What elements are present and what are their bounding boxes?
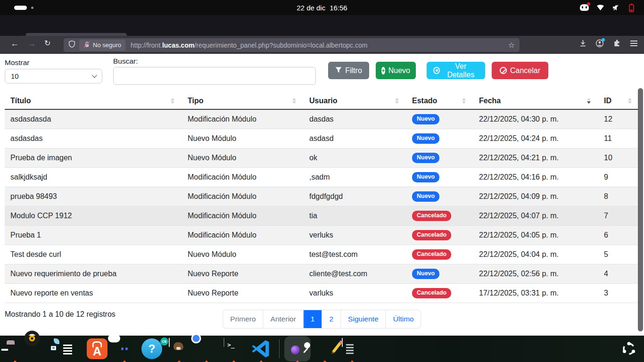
status-badge: Cancelado [412,211,451,221]
table-row[interactable]: Prueba 1Modificación MóduloverluksCancel… [5,226,639,245]
desktop: 22 de dic 16:56 Requerimientos × + × ← →… [0,0,644,362]
sort-icon [462,98,466,104]
sort-icon [171,98,174,104]
page-button-anterior[interactable]: Anterior [263,310,303,328]
cell-estado: Cancelado [406,206,473,225]
sort-icon [292,98,296,104]
back-button[interactable]: ← [10,39,19,49]
battery-critical-icon [627,3,636,12]
forward-button[interactable]: → [27,39,36,49]
cell-usuario: test@test.com [304,245,406,264]
table-row[interactable]: asdasdasdaModificación MódulodasdasNuevo… [5,110,639,129]
table-row[interactable]: prueba 98493Modificación Módulofdgdfgdgd… [5,187,639,206]
new-button[interactable]: + Nuevo [376,62,416,79]
filter-button[interactable]: Filtro [328,62,369,79]
system-clock[interactable]: 22 de dic 16:56 [0,0,644,15]
column-header-titulo[interactable]: Título [5,92,182,109]
column-header-usuario[interactable]: Usuario [304,92,406,109]
dock-item-terminal[interactable] [223,338,244,359]
system-tray[interactable] [580,0,636,15]
cell-id: 3 [598,284,639,303]
page-button-primero[interactable]: Primero [223,310,263,328]
cell-usuario: ,sadm [304,168,406,187]
table-row[interactable]: Nuevo reporte en ventasNuevo Reportevarl… [5,284,639,303]
page-button-ultimo[interactable]: Último [386,310,421,328]
page-size-select[interactable]: 10 [5,69,102,83]
column-header-fecha[interactable]: Fecha [473,92,598,109]
system-top-bar: 22 de dic 16:56 [0,0,644,15]
column-label: Fecha [479,97,501,105]
cell-titulo: asdasdasda [5,110,182,129]
plus-circle-icon: + [381,67,385,74]
cell-usuario: asdasd [304,129,406,148]
table-row[interactable]: asdasdasNuevo MóduloasdasdNuevo22/12/202… [5,129,639,148]
cell-id: 4 [598,264,639,283]
cell-fecha: 22/12/2025, 04:07 p. m. [473,206,598,225]
cell-fecha: 22/12/2025, 04:30 p. m. [473,110,598,129]
cell-fecha: 22/12/2025, 04:21 p. m. [473,148,598,167]
shield-icon[interactable] [68,40,75,50]
table-row[interactable]: salkjdksajdModificación Módulo,sadmNuevo… [5,168,639,187]
search-label: Buscar: [113,57,138,66]
column-header-estado[interactable]: Estado [406,92,473,109]
page-button-siguiente[interactable]: Siguiente [340,310,386,328]
menu-icon[interactable] [630,41,637,46]
vscode-icon [251,338,272,359]
security-chip[interactable]: No seguro [79,40,125,51]
page-button-1[interactable]: 1 [303,310,322,328]
cell-estado: Cancelado [406,245,473,264]
column-header-id[interactable]: ID [598,92,639,109]
column-header-tipo[interactable]: Tipo [182,92,304,109]
cell-usuario: dasdas [304,110,406,129]
table-row[interactable]: Modulo CCP 1912Modificación MódulotiaCan… [5,206,639,226]
table-row[interactable]: Prueba de imagenNuevo MódulookNuevo22/12… [5,148,639,168]
search-input[interactable] [113,67,316,85]
dock-item-help[interactable] [141,338,162,359]
pagination: PrimeroAnterior12SiguienteÚltimo [223,310,421,329]
page-button-2[interactable]: 2 [322,310,340,328]
status-badge: Nuevo [412,153,439,163]
dock-item-rhythmbox[interactable] [32,338,53,359]
extensions-icon[interactable] [613,39,621,47]
cell-tipo: Modificación Módulo [182,187,304,206]
account-icon[interactable] [595,39,604,48]
cell-estado: Nuevo [406,264,473,283]
dock-item-chrome[interactable] [196,338,217,359]
cell-id: 5 [598,245,639,264]
view-details-button[interactable]: Ver Detalles [427,62,485,79]
dock-item-firefox[interactable] [287,338,308,359]
table-row[interactable]: Nuevo requerimiento de pruebaNuevo Repor… [5,264,639,284]
reload-button[interactable]: ↻ [44,39,50,48]
dock-item-text-editor[interactable] [342,338,363,359]
cell-id: 8 [598,187,639,206]
dock-item-discord[interactable] [114,338,135,359]
address-bar[interactable]: No seguro http://front.lucas.com/requeri… [64,38,520,52]
volume-muted-icon [612,4,620,11]
scrollbar-thumb[interactable] [638,88,643,331]
dock-item-files[interactable] [5,338,25,359]
cell-usuario: tia [304,206,406,225]
app-center-icon [87,338,107,359]
cell-estado: Cancelado [406,226,473,245]
dock-item-app-center[interactable] [87,338,107,359]
cell-titulo: Prueba 1 [5,226,182,245]
bookmark-star-icon[interactable]: ☆ [508,41,515,49]
column-label: Estado [412,97,437,105]
cell-estado: Nuevo [406,168,473,187]
dock-item-libreoffice-writer[interactable] [59,338,80,359]
dock-item-postman[interactable] [314,338,335,359]
cancel-button[interactable]: Cancelar [492,62,548,79]
table-row[interactable]: Test desde curlNuevo Módulotest@test.com… [5,245,639,264]
text-editor-icon [342,338,343,347]
cell-id: 12 [598,110,639,129]
url-text[interactable]: http://front.lucas.com/requerimiento_pan… [131,41,508,49]
dock-item-vscode[interactable] [251,338,272,359]
cell-tipo: Nuevo Reporte [182,284,304,303]
cell-titulo: Modulo CCP 1912 [5,206,182,225]
cell-tipo: Nuevo Módulo [182,129,304,148]
discord-tray-icon[interactable] [580,4,589,11]
downloads-icon[interactable] [579,39,587,47]
dock-item-dbeaver[interactable] [169,338,190,359]
show-apps-button[interactable] [620,340,637,357]
cell-usuario: cliente@test.com [304,264,406,283]
